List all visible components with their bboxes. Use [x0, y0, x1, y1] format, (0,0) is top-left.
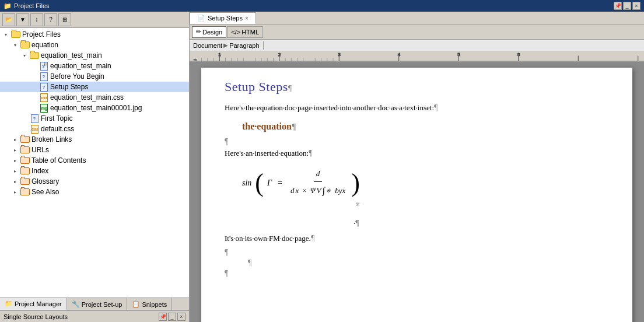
tab-snippets[interactable]: 📋 Snippets [127, 298, 172, 310]
app-icon: 📁 [4, 2, 12, 10]
tree-item-jpg[interactable]: img equation_test_main00001.jpg [0, 103, 189, 113]
toolbar-btn-1[interactable]: 📂 [2, 13, 15, 26]
bottom-controls[interactable]: 📌 _ × [159, 313, 186, 321]
tree-toggle[interactable]: ▾ [10, 43, 20, 48]
tree-label: Table of Contents [32, 156, 86, 164]
svg-text:5: 5 [457, 52, 460, 57]
paragraph-3: It's·on·its·own·FM·doc·page.¶ [225, 232, 615, 245]
tree-item-project-files[interactable]: ▾ Project Files [0, 29, 189, 40]
tree-toggle[interactable]: ▾ [20, 53, 29, 58]
close-button[interactable]: × [632, 2, 640, 10]
tree-toggle[interactable]: ▸ [10, 158, 20, 163]
css-icon: .css [38, 93, 49, 102]
tree-label: Setup Steps [50, 83, 88, 91]
tree-toggle[interactable]: ▸ [10, 179, 20, 184]
tree-label: Glossary [32, 177, 59, 186]
html-icon: </> [231, 29, 240, 36]
empty-para-indent: ¶ [225, 258, 615, 269]
tab-close-button[interactable]: × [245, 15, 249, 22]
tree-item-css[interactable]: .css equation_test_main.css [0, 92, 189, 103]
title-bar: 📁 Project Files 📌 _ × [0, 0, 644, 12]
tree-item-see-also[interactable]: ▸ See Also [0, 187, 189, 197]
inset-heading: the·equation¶ [242, 119, 615, 134]
tree-label: Index [32, 167, 48, 175]
eq-denominator: dx × ΨV ∫ ※ byx [288, 182, 348, 198]
left-panel-tabs: 📁 Project Manager 🔧 Project Set-up 📋 Sni… [0, 298, 189, 310]
tree-item-equation-test-main-folder[interactable]: ▾ equation_test_main [0, 50, 189, 61]
tree-item-first-topic[interactable]: ? First Topic [0, 113, 189, 124]
tree-label: equation_test_main00001.jpg [50, 104, 142, 112]
minimize-button[interactable]: _ [623, 2, 631, 10]
tree-item-before-you-begin[interactable]: ? Before You Begin [0, 71, 189, 82]
tree-toggle[interactable]: ▸ [10, 148, 20, 153]
document-page: Setup Steps¶ Here's·the·equation·doc·pag… [201, 68, 632, 322]
document-area[interactable]: Setup Steps¶ Here's·the·equation·doc·pag… [190, 62, 644, 322]
page-icon: ? [29, 114, 40, 123]
tree-item-glossary[interactable]: ▸ Glossary [0, 176, 189, 187]
paragraph-1: Here's·the·equation·doc·page·inserted·in… [225, 102, 615, 114]
paragraph-2: Here's·an·inserted·equation:¶ [225, 147, 615, 160]
tree-label: default.css [41, 125, 74, 133]
editor-toolbar: ✏ Design </> HTML [190, 24, 644, 40]
project-folder-icon [10, 30, 21, 39]
tree-label: URLs [32, 146, 49, 154]
tab-setup-steps[interactable]: 📄 Setup Steps × [190, 12, 256, 24]
tree-label: equation_test_main [50, 62, 111, 70]
document-tabs: 📄 Setup Steps × [190, 12, 644, 24]
tab-icon: 📄 [197, 15, 205, 22]
toolbar-btn-4[interactable]: ? [44, 13, 57, 26]
empty-para-3: ¶ [225, 269, 615, 279]
bottom-close[interactable]: × [177, 313, 186, 321]
tab-project-setup[interactable]: 🔧 Project Set-up [67, 298, 128, 310]
toolbar-btn-5[interactable]: ⊞ [58, 13, 71, 26]
tree-item-broken-links[interactable]: ▸ Broken Links [0, 134, 189, 145]
tree-item-setup-steps[interactable]: ? Setup Steps [0, 82, 189, 92]
bottom-min[interactable]: _ [168, 313, 176, 321]
design-tab-btn[interactable]: ✏ Design [192, 26, 226, 38]
breadcrumb-arrow: ▶ [223, 42, 228, 48]
pin-button[interactable]: 📌 [614, 2, 622, 10]
folder-special-icon [20, 145, 30, 155]
tree-label: equation_test_main.css [50, 93, 124, 102]
app-title: Project Files [14, 2, 50, 9]
breadcrumb: Document ▶ Paragraph [190, 40, 644, 51]
toolbar-btn-3[interactable]: ↕ [30, 13, 43, 26]
file-tree: ▾ Project Files ▾ equation ▾ [0, 28, 189, 298]
window-controls[interactable]: 📌 _ × [614, 2, 640, 10]
tree-toggle[interactable]: ▸ [10, 169, 20, 174]
toolbar-btn-2[interactable]: ▼ [16, 13, 29, 26]
svg-text:3: 3 [338, 52, 341, 57]
folder-special-icon [20, 166, 30, 176]
bottom-pin[interactable]: 📌 [159, 313, 167, 321]
eq-gamma: Γ [267, 177, 272, 190]
tab-project-manager[interactable]: 📁 Project Manager [0, 298, 67, 310]
page-icon: ? [38, 61, 49, 71]
tree-label: equation [32, 41, 58, 49]
tab-label: Snippets [142, 301, 167, 308]
eq-close-bracket: ) [351, 172, 360, 195]
left-bottom-bar: Single Source Layouts 📌 _ × [0, 310, 189, 322]
html-tab-btn[interactable]: </> HTML [227, 26, 263, 38]
tree-item-index[interactable]: ▸ Index [0, 166, 189, 176]
tree-label: Before You Begin [50, 72, 104, 80]
empty-para-2: ¶ [225, 248, 615, 258]
tree-label: See Also [32, 188, 59, 196]
folder-special-icon [20, 187, 30, 197]
tree-item-toc[interactable]: ▸ Table of Contents [0, 155, 189, 166]
breadcrumb-paragraph[interactable]: Paragraph [229, 42, 259, 49]
tree-toggle[interactable]: ▸ [10, 137, 20, 142]
svg-text:6: 6 [517, 52, 520, 57]
tab-label: Setup Steps [208, 15, 243, 22]
breadcrumb-document[interactable]: Document [193, 42, 222, 49]
tree-item-urls[interactable]: ▸ URLs [0, 145, 189, 155]
tree-item-equation-test-main-file[interactable]: ? equation_test_main [0, 61, 189, 71]
folder-special-icon [20, 177, 30, 186]
tree-label: First Topic [41, 114, 72, 123]
tree-toggle[interactable]: ▾ [1, 32, 10, 37]
btn-label: HTML [242, 29, 259, 36]
tree-item-default-css[interactable]: .css default.css [0, 124, 189, 134]
tree-toggle[interactable]: ▸ [10, 190, 20, 195]
document-body: Here's·the·equation·doc·page·inserted·in… [225, 102, 615, 279]
tree-item-equation[interactable]: ▾ equation [0, 40, 189, 50]
tab-label: Project Manager [15, 300, 62, 307]
